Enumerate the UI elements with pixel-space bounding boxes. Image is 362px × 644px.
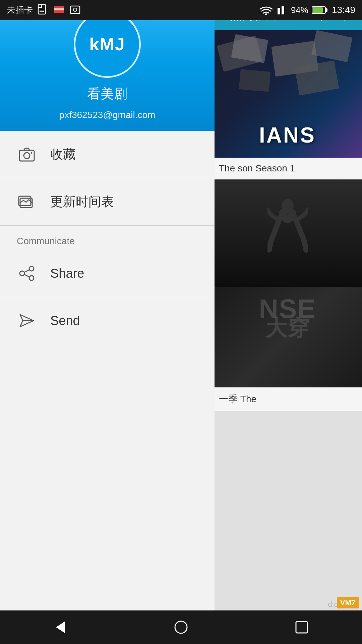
svg-rect-40	[296, 622, 307, 633]
movie-card-1-image: IANS	[213, 30, 362, 158]
battery-percent: 94%	[291, 5, 308, 15]
svg-point-27	[24, 153, 30, 159]
movie-card-1-title-text: The son Season 1	[219, 163, 295, 173]
movie-card-2-image	[213, 179, 362, 287]
avatar[interactable]: kMJ	[74, 11, 141, 78]
avatar-initials: kMJ	[89, 34, 125, 54]
svg-rect-9	[278, 8, 280, 14]
svg-rect-5	[54, 10, 64, 13]
svg-point-31	[29, 266, 34, 271]
flag-icon	[53, 4, 65, 16]
svg-rect-22	[311, 30, 353, 62]
send-label: Send	[50, 314, 80, 328]
status-right: 94% 13:49	[259, 4, 355, 16]
user-email: pxf362523@gmail.com	[59, 110, 156, 120]
user-name: 看美剧	[87, 85, 127, 103]
svg-point-7	[73, 8, 77, 11]
menu-item-send[interactable]: Send	[0, 297, 215, 344]
movie-card-3-title[interactable]: 一季 The	[213, 387, 362, 411]
drawer-body: 收藏 更新时间表 Communicate	[0, 131, 215, 644]
camera-icon	[17, 144, 37, 164]
time-display: 13:49	[332, 5, 355, 15]
screenshot-icon	[69, 4, 81, 16]
carrier-text: 未插卡	[7, 4, 33, 16]
watermark: VM7	[337, 597, 359, 608]
images-icon	[17, 192, 37, 212]
sim-icon	[37, 4, 49, 16]
share-icon	[17, 263, 37, 283]
svg-rect-10	[282, 6, 284, 14]
recent-button[interactable]	[288, 614, 315, 641]
movie-card-3-image: NSE 大穿	[213, 287, 362, 387]
home-button[interactable]	[168, 614, 194, 641]
watermark-text: VM7	[340, 598, 355, 607]
movie-card-1[interactable]: IANS	[213, 30, 362, 158]
schedule-label: 更新时间表	[50, 193, 114, 210]
figure-silhouette	[267, 196, 308, 270]
svg-rect-13	[313, 7, 323, 13]
favorites-label: 收藏	[50, 146, 76, 163]
menu-item-favorites[interactable]: 收藏	[0, 131, 215, 178]
svg-line-35	[24, 274, 29, 277]
movie-card-1-title[interactable]: The son Season 1	[213, 158, 362, 179]
wifi-icon	[259, 5, 273, 15]
svg-point-33	[29, 276, 34, 280]
svg-rect-6	[70, 6, 80, 13]
movie-card-2[interactable]	[213, 179, 362, 287]
svg-point-39	[175, 621, 187, 633]
svg-rect-26	[19, 150, 34, 161]
status-bar: 未插卡 94%	[0, 0, 362, 20]
communicate-section-label: Communicate	[0, 226, 215, 250]
svg-rect-12	[325, 8, 327, 12]
send-icon	[17, 311, 37, 331]
svg-line-34	[24, 270, 29, 272]
movie-card-3-title-text: 一季 The	[219, 394, 256, 404]
movies-area: IANS The son Season 1	[213, 30, 362, 644]
svg-marker-38	[56, 622, 65, 633]
menu-item-share[interactable]: Share	[0, 250, 215, 297]
signal-icon	[276, 4, 288, 16]
svg-point-32	[20, 271, 24, 276]
battery-icon	[312, 5, 328, 15]
bottom-nav	[0, 610, 362, 644]
svg-point-28	[31, 152, 33, 154]
svg-point-8	[265, 13, 267, 15]
back-button[interactable]	[47, 614, 74, 641]
svg-rect-23	[239, 69, 271, 92]
share-label: Share	[50, 266, 84, 281]
movie-card-3[interactable]: NSE 大穿	[213, 287, 362, 387]
status-left: 未插卡	[7, 4, 81, 16]
navigation-drawer: kMJ 看美剧 pxf362523@gmail.com 收藏	[0, 0, 215, 644]
svg-rect-4	[54, 6, 64, 8]
menu-item-schedule[interactable]: 更新时间表	[0, 178, 215, 225]
